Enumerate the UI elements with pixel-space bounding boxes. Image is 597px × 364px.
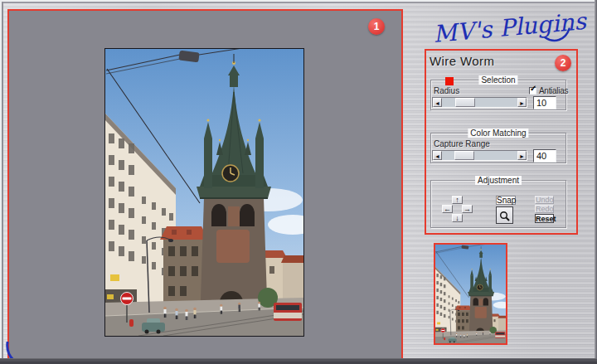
arrow-left-icon: ← [444,205,451,213]
thumbnail-image [435,245,506,343]
scroll-left-icon: ◄ [434,100,440,106]
capture-scrollbar-thumb[interactable] [454,151,474,160]
selection-group-title: Selection [478,75,517,85]
nudge-down-button[interactable]: ↓ [452,214,463,222]
capture-range-label: Capture Range [434,139,490,148]
photo-street-tower [105,49,303,336]
reset-button[interactable]: Reset [535,214,554,223]
scroll-right-icon: ► [519,100,525,106]
window-edge-left-inner [2,2,3,358]
window-edge-bottom [0,358,597,364]
panel-title: Wire Worm [430,54,494,68]
capture-range-value-input[interactable] [533,149,556,163]
snap-label: Snap [496,196,516,205]
nudge-up-button[interactable]: ↑ [452,196,463,204]
window-edge-top-inner [2,2,595,3]
wire-color-swatch[interactable] [445,77,454,85]
scroll-right-icon: ► [519,153,525,159]
nudge-left-button[interactable]: ← [442,205,453,213]
color-matching-group-title: Color Matching [468,129,528,138]
radius-value-input[interactable] [533,96,556,109]
arrow-up-icon: ↑ [455,196,459,204]
radius-label: Radius [434,86,459,95]
radius-scroll-left-button[interactable]: ◄ [433,98,442,107]
main-photo-canvas[interactable] [104,48,304,337]
capture-range-scrollbar[interactable]: ◄ ► [432,150,527,161]
logo-text: MV's Plugins [432,7,589,48]
photo-thumbnail[interactable] [434,243,507,345]
antialias-label: Antialias [539,86,568,95]
magnifier-icon [499,211,510,221]
checkmark-icon: ✓ [530,85,536,93]
plugin-window: 1 MV's Plugins Wire Worm 2 Selection Rad… [0,0,597,364]
radius-scroll-right-button[interactable]: ► [517,98,527,107]
arrow-down-icon: ↓ [455,214,459,222]
mvs-plugins-logo: MV's Plugins [403,3,595,50]
wire-worm-panel: Wire Worm 2 Selection Radius ✓ Antialias… [425,49,578,235]
radius-scrollbar[interactable]: ◄ ► [432,97,527,108]
scroll-left-icon: ◄ [434,153,440,159]
zoom-magnifier-button[interactable] [496,206,513,224]
arrow-right-icon: → [464,205,471,213]
redo-button[interactable]: Redo [535,205,554,213]
capture-scroll-left-button[interactable]: ◄ [433,151,442,160]
nudge-right-button[interactable]: → [462,205,473,213]
adjustment-group-title: Adjustment [475,176,522,185]
antialias-checkbox[interactable]: ✓ [529,87,536,95]
annotation-badge-2: 2 [555,55,571,71]
capture-scroll-right-button[interactable]: ► [517,151,527,160]
radius-scrollbar-thumb[interactable] [455,98,475,107]
annotation-badge-1: 1 [368,18,385,35]
undo-button[interactable]: Undo [535,196,554,204]
